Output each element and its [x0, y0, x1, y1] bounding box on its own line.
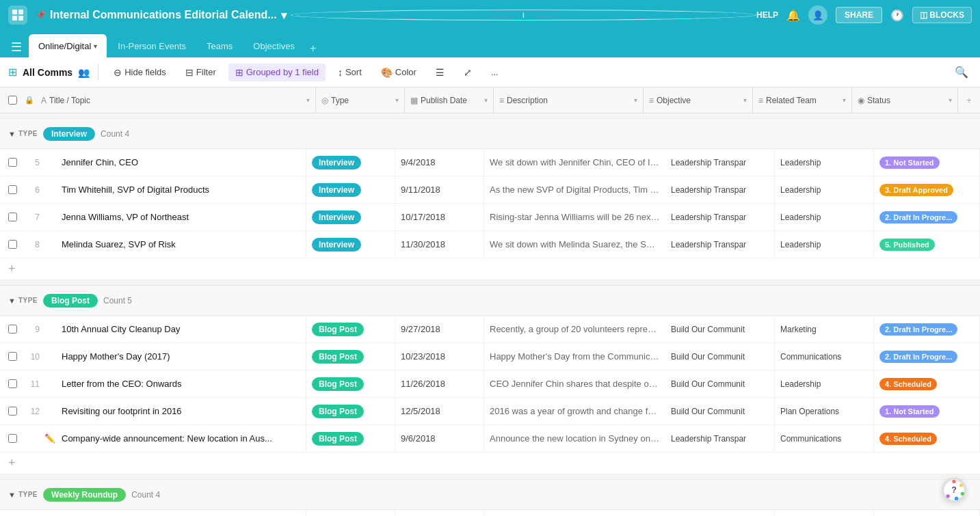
group-toggle-blogpost[interactable]: ▼: [5, 294, 18, 308]
hide-fields-button[interactable]: ⊖ Hide fields: [107, 64, 173, 81]
row-num-11: 11: [25, 379, 44, 389]
expand-button[interactable]: ⤢: [457, 64, 479, 81]
row-team-6: Leadership: [775, 176, 874, 203]
share-button[interactable]: SHARE: [836, 7, 882, 23]
add-tab-button[interactable]: +: [306, 40, 320, 57]
select-all-checkbox[interactable]: [8, 96, 17, 105]
checkbox-11[interactable]: [8, 379, 17, 388]
type-badge-9: Blog Post: [312, 323, 364, 336]
col-header-description[interactable]: ≡ Description ▾: [494, 87, 644, 113]
row-type-12: Blog Post: [306, 398, 395, 424]
title-dropdown-icon[interactable]: ▾: [281, 9, 287, 22]
notification-icon[interactable]: 🔔: [786, 9, 800, 22]
group-spacer-1: [0, 113, 980, 119]
col-header-status[interactable]: ◉ Status ▾: [852, 87, 958, 113]
view-users-icon[interactable]: 👥: [78, 67, 90, 78]
row-title-last-blog[interactable]: Company-wide announcement: New location …: [56, 425, 306, 452]
group-toggle-interview[interactable]: ▼: [5, 127, 18, 141]
group-toggle-weekly[interactable]: ▼: [5, 488, 18, 502]
row-date-9: 9/27/2018: [395, 316, 484, 342]
row-title-8[interactable]: Melinda Suarez, SVP of Risk: [56, 231, 306, 258]
type-col-dropdown: ▾: [395, 96, 399, 104]
row-obj-14: Build Our Communit: [665, 510, 775, 516]
table-header: 🔒 A Title / Topic ▾ ◎ Type ▾ ▦ Publish D…: [0, 87, 980, 113]
col-header-related-team[interactable]: ≡ Related Team ▾: [753, 87, 852, 113]
search-icon[interactable]: 🔍: [951, 62, 972, 82]
checkbox-5[interactable]: [8, 158, 17, 167]
team-field-icon: ≡: [758, 96, 763, 105]
group-type-label-weekly: TYPE: [18, 491, 38, 498]
help-bubble[interactable]: ?: [942, 478, 966, 502]
row-desc-11: CEO Jennifer Chin shares that despite ou…: [484, 370, 665, 398]
blocks-button[interactable]: ◫ BLOCKS: [912, 7, 972, 23]
row-num-12: 12: [25, 407, 44, 416]
sort-button[interactable]: ↕ Sort: [331, 64, 369, 81]
row-status-12: 1. Not Started: [874, 398, 980, 424]
row-title-12[interactable]: Revisiting our footprint in 2016: [56, 398, 306, 424]
group-type-label-interview: TYPE: [18, 130, 38, 137]
row-title-10[interactable]: Happy Mother's Day (2017): [56, 343, 306, 370]
more-button[interactable]: ...: [484, 64, 505, 81]
row-title-6[interactable]: Tim Whitehill, SVP of Digital Products: [56, 176, 306, 203]
svg-point-9: [946, 494, 949, 498]
row-desc-10: Happy Mother's Day from the Communicatio…: [484, 343, 665, 370]
filter-icon: ⊟: [185, 67, 194, 78]
tab-online-digital[interactable]: Online/Digital ▾: [29, 34, 107, 57]
add-interview-row[interactable]: +: [0, 258, 980, 280]
checkbox-8[interactable]: [8, 240, 17, 249]
svg-point-7: [961, 492, 964, 495]
checkbox-9[interactable]: [8, 325, 17, 334]
row-title-11[interactable]: Letter from the CEO: Onwards: [56, 370, 306, 397]
checkbox-12[interactable]: [8, 407, 17, 416]
main-content: ▼ TYPE Interview Count 4 5 Jennifer Chin…: [0, 113, 980, 516]
checkbox-10[interactable]: [8, 352, 17, 361]
row-checkbox-5: [0, 158, 25, 167]
tab-objectives[interactable]: Objectives: [243, 34, 304, 57]
hamburger-menu[interactable]: ☰: [5, 37, 27, 57]
user-avatar[interactable]: 👤: [808, 5, 827, 25]
row-type-14: Weekly Roundup: [306, 510, 395, 516]
checkbox-last-blog[interactable]: [8, 434, 17, 443]
row-title-7[interactable]: Jenna Williams, VP of Northeast: [56, 204, 306, 230]
row-date-11: 11/26/2018: [395, 370, 484, 397]
history-icon[interactable]: 🕐: [890, 9, 904, 22]
help-label[interactable]: HELP: [756, 10, 778, 20]
filter-button[interactable]: ⊟ Filter: [178, 64, 223, 81]
type-badge-8: Interview: [312, 238, 361, 252]
row-height-button[interactable]: ☰: [429, 64, 451, 81]
row-title-14[interactable]: Fast Friday #7: Staying in Touch: [56, 510, 306, 516]
color-button[interactable]: 🎨 Color: [374, 64, 423, 81]
row-num-7: 7: [25, 213, 44, 222]
tab-teams[interactable]: Teams: [197, 34, 242, 57]
type-badge-12: Blog Post: [312, 405, 364, 418]
expand-icon-last-blog[interactable]: ✏️: [44, 433, 55, 444]
group-icon: ⊞: [235, 67, 243, 78]
title-field-icon: A: [41, 96, 47, 105]
table-row: 9 10th Annual City Cleanup Day Blog Post…: [0, 316, 980, 343]
team-col-dropdown: ▾: [843, 96, 846, 104]
col-header-publish-date[interactable]: ▦ Publish Date ▾: [405, 87, 494, 113]
grouped-button[interactable]: ⊞ Grouped by 1 field: [228, 64, 326, 81]
row-obj-9: Build Our Communit: [665, 316, 775, 342]
row-date-14: 8/31/2018: [395, 510, 484, 516]
status-badge-5: 1. Not Started: [879, 157, 940, 169]
add-blogpost-row[interactable]: +: [0, 452, 980, 474]
col-header-title[interactable]: A Title / Topic ▾: [36, 87, 316, 113]
col-header-objective[interactable]: ≡ Objective ▾: [644, 87, 753, 113]
info-icon[interactable]: i: [291, 10, 756, 21]
add-column-button[interactable]: +: [958, 95, 980, 105]
checkbox-6[interactable]: [8, 185, 17, 194]
svg-point-6: [959, 483, 963, 487]
row-date-7: 10/17/2018: [395, 204, 484, 230]
col-header-type[interactable]: ◎ Type ▾: [316, 87, 405, 113]
row-type-8: Interview: [306, 231, 395, 258]
tab-in-person-events[interactable]: In-Person Events: [108, 34, 196, 57]
row-status-7: 2. Draft In Progre...: [874, 204, 980, 230]
desc-col-dropdown: ▾: [634, 96, 637, 104]
type-badge-11: Blog Post: [312, 377, 364, 391]
row-title-9[interactable]: 10th Annual City Cleanup Day: [56, 316, 306, 342]
group-count-interview: Count 4: [101, 129, 129, 139]
checkbox-7[interactable]: [8, 213, 17, 221]
row-title-5[interactable]: Jennifer Chin, CEO: [56, 149, 306, 176]
row-status-10: 2. Draft In Progre...: [874, 343, 980, 370]
